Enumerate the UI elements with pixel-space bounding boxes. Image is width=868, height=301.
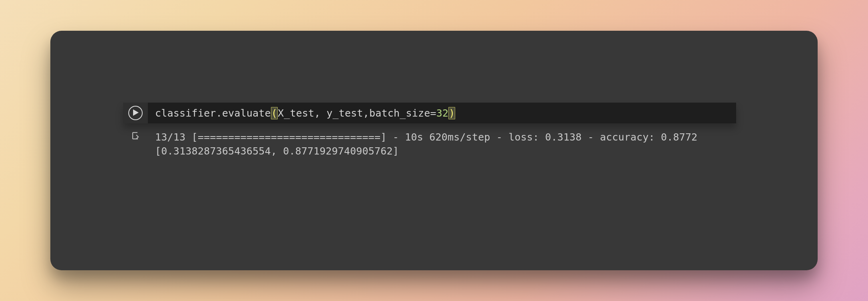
output-text: 13/13 [==============================] -…: [147, 131, 736, 158]
code-token-close-paren: ): [448, 107, 455, 119]
code-token-arg2: y_test: [326, 107, 363, 119]
output-line-2: [0.3138287365436554, 0.8771929740905762]: [155, 145, 399, 157]
code-token-sep2: ,: [363, 107, 369, 119]
play-icon: [132, 109, 139, 117]
code-row: classifier.evaluate(X_test, y_test,batch…: [123, 103, 736, 123]
code-token-kwval: 32: [436, 107, 449, 119]
code-token-eq: =: [430, 107, 436, 119]
code-line: classifier.evaluate(X_test, y_test,batch…: [155, 107, 455, 119]
output-arrow-icon: [131, 131, 140, 143]
notebook-panel: classifier.evaluate(X_test, y_test,batch…: [50, 31, 818, 270]
code-editor[interactable]: classifier.evaluate(X_test, y_test,batch…: [148, 103, 736, 123]
code-token-open-paren: (: [271, 107, 278, 119]
code-token-arg1: X_test: [278, 107, 315, 119]
run-gutter: [123, 103, 148, 123]
code-token-sep1: ,: [315, 107, 327, 119]
code-token-object: classifier: [155, 107, 216, 119]
code-token-kwarg: batch_size: [369, 107, 430, 119]
code-cell: classifier.evaluate(X_test, y_test,batch…: [123, 103, 736, 158]
output-row: 13/13 [==============================] -…: [123, 131, 736, 158]
svg-marker-0: [133, 109, 139, 116]
run-cell-button[interactable]: [128, 106, 143, 120]
code-token-call: evaluate: [222, 107, 271, 119]
code-token-dot: .: [216, 107, 222, 119]
output-line-1: 13/13 [==============================] -…: [155, 131, 697, 143]
output-gutter: [124, 131, 147, 143]
